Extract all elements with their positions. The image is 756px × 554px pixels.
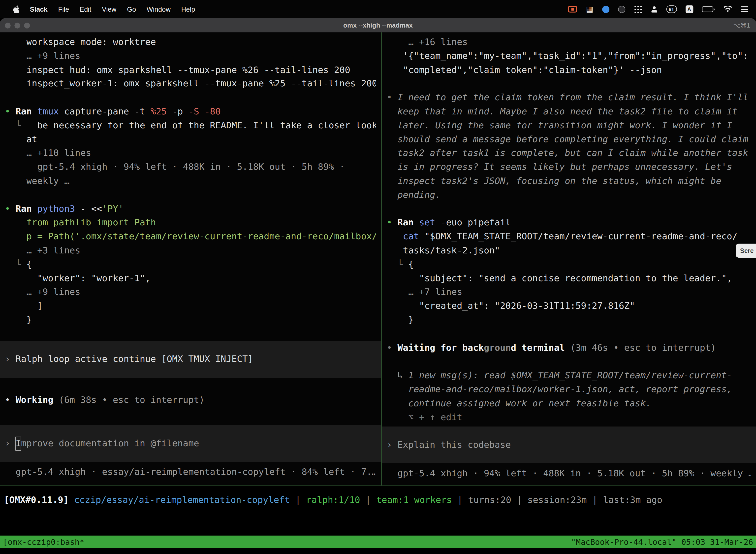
- text-segment: "subject": "send a concise recommendatio…: [387, 273, 732, 283]
- text-segment: keep that in mind. Maybe I also need the…: [387, 106, 737, 116]
- text-segment: └: [5, 259, 26, 269]
- terminal-line: "completed","claim_token":"claim-token"}…: [387, 63, 751, 77]
- text-segment: tmux: [37, 106, 64, 116]
- battery-icon[interactable]: [702, 6, 714, 12]
- terminal-line: ]: [5, 299, 376, 313]
- menu-go[interactable]: Go: [122, 5, 141, 13]
- bottom-black-strip: [0, 548, 756, 554]
- prompt-input-row[interactable]: › Explain this codebase: [382, 427, 756, 463]
- menu-bar-status-area: ▦ 61 A: [568, 5, 748, 13]
- terminal-line: workspace_mode: worktree: [5, 35, 376, 49]
- prompt-input-row[interactable]: › Improve documentation in @filename: [0, 425, 381, 462]
- terminal-line: ⌥ + ↑ edit: [387, 410, 751, 424]
- menu-items: FileEditViewGoWindowHelp: [53, 5, 200, 13]
- text-segment: inspect_worker-1: omx sparkshell --tmux-…: [5, 78, 376, 89]
- app-icon-blue[interactable]: [602, 5, 609, 13]
- text-segment: ↳: [387, 370, 408, 380]
- terminal-line: [5, 327, 376, 341]
- terminal-line: gpt-5.4 xhigh · 94% left · 488K in · 5.1…: [387, 466, 751, 481]
- terminal-line: … +7 lines: [387, 285, 751, 299]
- apps-grid-icon[interactable]: [634, 5, 641, 13]
- text-segment: %25: [150, 106, 167, 116]
- menu-help[interactable]: Help: [176, 5, 200, 13]
- terminal-line: }: [387, 313, 751, 327]
- text-segment: be necessary for the end of the README. …: [37, 120, 376, 130]
- terminal-line: readme-and-reco/mailbox/worker-1.json, a…: [387, 383, 751, 396]
- text-segment: inspect task2's JSON, focusing on the st…: [387, 176, 721, 186]
- text-segment: … +9 lines: [5, 51, 80, 61]
- text-segment: tasks/task-2.json": [387, 245, 500, 255]
- minimize-button[interactable]: [14, 22, 20, 28]
- omx-status-segment: |: [452, 494, 468, 505]
- text-segment: mprove documentation in @filename: [21, 437, 199, 450]
- wifi-icon[interactable]: [723, 5, 733, 13]
- text-segment: "created_at": "2026-03-31T11:59:27.816Z": [387, 300, 635, 311]
- terminal-line: … +9 lines: [5, 49, 376, 63]
- person-icon[interactable]: [650, 5, 657, 13]
- text-segment: should send a message before completing …: [387, 134, 748, 144]
- terminal-line: pending.: [387, 188, 751, 202]
- menu-window[interactable]: Window: [141, 5, 176, 13]
- window-grid-icon[interactable]: ▦: [586, 5, 593, 13]
- text-segment: inspect_hud: omx sparkshell --tmux-pane …: [5, 64, 350, 75]
- text-segment: '{"team_name":"my-team","task_id":"1","f…: [387, 51, 748, 61]
- prompt-input-row[interactable]: › Ralph loop active continue [OMX_TMUX_I…: [0, 341, 381, 378]
- text-segment: "$OMX_TEAM_STATE_ROOT/team/review-curren…: [424, 231, 737, 241]
- menu-view[interactable]: View: [97, 5, 122, 13]
- terminal: workspace_mode: worktree … +9 lines insp…: [0, 32, 756, 486]
- battery-percent-badge[interactable]: 61: [666, 5, 677, 13]
- text-segment: (6m 38s • esc to interrupt): [53, 394, 204, 404]
- text-segment: Ran: [16, 106, 37, 116]
- terminal-line: p = Path('.omx/state/team/review-current…: [5, 230, 376, 244]
- terminal-line: '{"team_name":"my-team","task_id":"1","f…: [387, 49, 751, 63]
- terminal-line: • Ran tmux capture-pane -t %25 -p -S -80: [5, 105, 376, 119]
- text-segment: Explain this codebase: [397, 438, 511, 452]
- screen-pill-overlay[interactable]: Scre: [736, 244, 756, 258]
- apple-menu[interactable]: [8, 5, 24, 13]
- text-segment: set: [419, 217, 441, 227]
- menu-lines-icon[interactable]: [741, 6, 748, 12]
- pane-right[interactable]: … +16 lines '{"team_name":"my-team","tas…: [382, 32, 756, 485]
- text-segment: task2 after task1 is complete, but can I…: [387, 148, 748, 158]
- omx-status-segment: |: [290, 494, 306, 505]
- text-segment: -euo pipefail: [441, 217, 511, 227]
- omx-status-segment: |: [511, 494, 527, 505]
- text-segment: ›: [5, 352, 16, 366]
- text-segment: └: [387, 259, 408, 269]
- text-segment: }: [387, 315, 414, 325]
- terminal-line: weekly …: [5, 174, 376, 188]
- text-segment: Ran: [16, 203, 37, 214]
- spacer: [387, 463, 751, 467]
- spacer: [5, 407, 376, 425]
- input-source-icon[interactable]: A: [685, 5, 693, 13]
- text-segment: readme-and-reco/mailbox/worker-1.json, a…: [387, 384, 732, 394]
- spacer: [5, 378, 376, 393]
- text-segment: gpt-5.4 xhigh · essay/ai-reimplementatio…: [5, 466, 376, 477]
- text-segment: … +3 lines: [5, 245, 80, 255]
- terminal-line: "subject": "send a concise recommendatio…: [387, 272, 751, 285]
- terminal-line: • Ran set -euo pipefail: [387, 216, 751, 230]
- terminal-line: [387, 77, 751, 91]
- text-segment: Waiting for back: [397, 342, 484, 352]
- text-segment: ]: [5, 300, 43, 311]
- tmux-host-clock: "MacBook-Pro-44.local" 05:03 31-Mar-26: [571, 537, 753, 547]
- text-segment: ›: [387, 438, 397, 452]
- terminal-line: inspect task2's JSON, focusing on the st…: [387, 174, 751, 188]
- pane-left[interactable]: workspace_mode: worktree … +9 lines insp…: [0, 32, 381, 485]
- screen-recording-indicator[interactable]: [568, 6, 577, 12]
- tmux-session-window[interactable]: [omx-cczip0:bash*: [3, 537, 84, 547]
- active-app-name[interactable]: Slack: [24, 5, 53, 13]
- terminal-line: • Waiting for background terminal (3m 46…: [387, 341, 751, 355]
- close-button[interactable]: [5, 22, 10, 28]
- app-icon-dark[interactable]: [618, 5, 625, 13]
- menu-edit[interactable]: Edit: [74, 5, 97, 13]
- text-segment: … +9 lines: [5, 287, 80, 297]
- terminal-line: └ be necessary for the end of the README…: [5, 119, 376, 132]
- text-segment: groun: [484, 342, 511, 352]
- terminal-line: inspect_hud: omx sparkshell --tmux-pane …: [5, 63, 376, 77]
- zoom-button[interactable]: [24, 22, 30, 28]
- omx-status-segment: last:3m ago: [603, 494, 662, 505]
- window-title: omx --xhigh --madmax: [0, 21, 756, 29]
- menu-file[interactable]: File: [53, 5, 74, 13]
- text-segment: {: [408, 259, 414, 269]
